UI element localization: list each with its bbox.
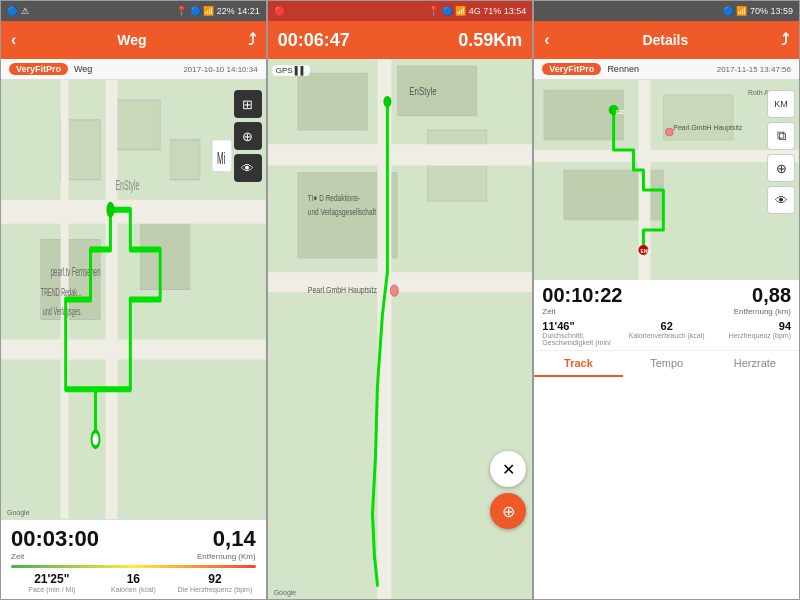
calories-detail-3: 62 Kalorienverbrauch (kcal) [625, 320, 708, 346]
stats-row-1: 21'25" Pace (min / Mi) 16 Kalorien (kcal… [11, 572, 256, 593]
map-3: Pearl.GmbH Hauptsitz Roth A GO END KM ⧉ … [534, 80, 799, 280]
distance-label-1: Entfernung (Km) [197, 552, 256, 561]
svg-point-33 [383, 96, 391, 107]
shrink-button-2[interactable]: ✕ [490, 451, 526, 487]
calories-lbl-3: Kalorienverbrauch (kcal) [625, 332, 708, 339]
calories-label-1: Kalorien (kcal) [93, 586, 175, 593]
copy-button-3[interactable]: ⧉ [767, 122, 795, 150]
timer-header-2: 00:06:47 0.59Km [268, 21, 533, 59]
hr-label-1: Die Herzfrequenz (bpm) [174, 586, 256, 593]
back-button-3[interactable]: ‹ [544, 31, 549, 49]
tag-strip-1: VeryFitPro Weg 2017-10-10 14:10:34 [1, 59, 266, 80]
svg-rect-38 [534, 150, 799, 162]
locate-button-2[interactable]: ⊕ [490, 493, 526, 529]
km-button-3[interactable]: KM [767, 90, 795, 118]
svg-text:und Verlagsges.: und Verlagsges. [43, 305, 82, 318]
svg-rect-36 [664, 95, 734, 140]
hr-lbl-3: Herzfrequenz (bpm) [708, 332, 791, 339]
eye-button-3[interactable]: 👁 [767, 186, 795, 214]
svg-text:TI● D Redaktions-: TI● D Redaktions- [307, 193, 360, 203]
status-left-2: 🔴 [274, 6, 285, 16]
share-button-1[interactable]: ⤴ [248, 31, 256, 49]
app-header-1: ‹ Weg ⤴ [1, 21, 266, 59]
map-controls-3: KM ⧉ ⊕ 👁 [767, 90, 795, 214]
svg-rect-6 [1, 200, 266, 224]
svg-text:END: END [641, 248, 652, 254]
map-controls-1: ⊞ ⊕ 👁 [234, 90, 262, 182]
gps-tag-2: GPS ▌▌ [272, 65, 310, 76]
eye-button-1[interactable]: 👁 [234, 154, 262, 182]
time-value-3: 00:10:22 [542, 284, 622, 307]
svg-rect-35 [544, 90, 624, 140]
time-label-1: Zeit [11, 552, 99, 561]
svg-point-41 [666, 128, 674, 136]
status-icons-3: 🔵 📶 70% 13:59 [723, 6, 793, 16]
svg-text:und Verlagsgesellschaft: und Verlagsgesellschaft [307, 207, 376, 217]
svg-rect-21 [298, 73, 368, 130]
svg-text:EnStyle: EnStyle [115, 177, 139, 192]
tab-tempo[interactable]: Tempo [623, 351, 711, 377]
distance-value-2: 0.59Km [458, 30, 522, 51]
svg-rect-25 [268, 144, 533, 165]
date-tag-3: 2017-11-15 13:47:56 [717, 65, 791, 74]
app-header-3: ‹ Details ⤴ [534, 21, 799, 59]
share-button-3[interactable]: ⤴ [781, 31, 789, 49]
app-tag-3: VeryFitPro [542, 63, 601, 75]
header-title-1: Weg [117, 32, 146, 48]
time-value-1: 00:03:00 [11, 526, 99, 552]
date-tag-1: 2017-10-10 14:10:34 [183, 65, 257, 74]
tab-herzrate[interactable]: Herzrate [711, 351, 799, 377]
calories-value-1: 16 [93, 572, 175, 586]
track-btns-2: ✕ ⊕ [490, 451, 526, 529]
type-tag-3: Rennen [607, 64, 639, 74]
svg-rect-7 [105, 80, 117, 519]
google-mark-1: Google [3, 508, 34, 517]
pace-lbl-3: Durchschnittl. Geschwindigkeit (min/ [542, 332, 625, 346]
hr-val-3: 94 [708, 320, 791, 332]
status-bar-3: 🔵 📶 70% 13:59 [534, 1, 799, 21]
app-tag-1: VeryFitPro [9, 63, 68, 75]
svg-point-32 [390, 285, 398, 296]
gps-label-2: GPS ▌▌ [276, 66, 306, 75]
hr-value-1: 92 [174, 572, 256, 586]
timer-value-2: 00:06:47 [278, 30, 350, 51]
svg-rect-8 [1, 339, 266, 359]
distance-label-3: Entfernung (km) [734, 307, 791, 316]
detail-sub-3: 11'46" Durchschnittl. Geschwindigkeit (m… [542, 320, 791, 346]
status-left-1: 🔵 ⚠ [7, 6, 29, 16]
svg-rect-2 [110, 100, 160, 150]
panel-2-tracking: 🔴 📍 🔵 📶 4G 71% 13:54 00:06:47 0.59Km EnS… [267, 0, 534, 600]
tabs-row-3: Track Tempo Herzrate [534, 350, 799, 377]
map-2: EnStyle TI● D Redaktions- und Verlagsges… [268, 59, 533, 599]
pace-detail-3: 11'46" Durchschnittl. Geschwindigkeit (m… [542, 320, 625, 346]
layers-button-1[interactable]: ⊞ [234, 90, 262, 118]
status-icons-2: 📍 🔵 📶 4G 71% 13:54 [428, 6, 526, 16]
calories-val-3: 62 [625, 320, 708, 332]
svg-text:Pearl.GmbH Hauptsitz: Pearl.GmbH Hauptsitz [674, 124, 744, 132]
back-button-1[interactable]: ‹ [11, 31, 16, 49]
tab-track[interactable]: Track [534, 351, 622, 377]
panel-3-details: 🔵 📶 70% 13:59 ‹ Details ⤴ VeryFitPro Ren… [533, 0, 800, 600]
pace-value-1: 21'25" [11, 572, 93, 586]
svg-rect-26 [377, 59, 391, 599]
pace-stat-1: 21'25" Pace (min / Mi) [11, 572, 93, 593]
map-1: EnStyle pearl.tv Fernsehen TREND Redak..… [1, 80, 266, 519]
target-button-1[interactable]: ⊕ [234, 122, 262, 150]
header-title-3: Details [642, 32, 688, 48]
type-tag-1: Weg [74, 64, 92, 74]
svg-rect-3 [170, 140, 200, 180]
svg-text:EnStyle: EnStyle [409, 84, 437, 97]
stats-area-1: 00:03:00 Zeit 0,14 Entfernung (Km) 21'25… [1, 519, 266, 599]
svg-text:pearl.tv Fernsehen: pearl.tv Fernsehen [51, 264, 101, 278]
google-mark-2: Google [270, 588, 301, 597]
distance-value-1: 0,14 [197, 526, 256, 552]
tag-strip-3: VeryFitPro Rennen 2017-11-15 13:47:56 [534, 59, 799, 80]
svg-point-18 [106, 202, 114, 218]
calories-stat-1: 16 Kalorien (kcal) [93, 572, 175, 593]
target-button-3[interactable]: ⊕ [767, 154, 795, 182]
panel-1-weg: 🔵 ⚠ 📍 🔵 📶 22% 14:21 ‹ Weg ⤴ VeryFitPro W… [0, 0, 267, 600]
pace-val-3: 11'46" [542, 320, 625, 332]
svg-text:Pearl.GmbH Hauptsitz: Pearl.GmbH Hauptsitz [307, 284, 376, 296]
svg-text:TREND Redak...: TREND Redak... [41, 285, 82, 298]
distance-value-3: 0,88 [734, 284, 791, 307]
